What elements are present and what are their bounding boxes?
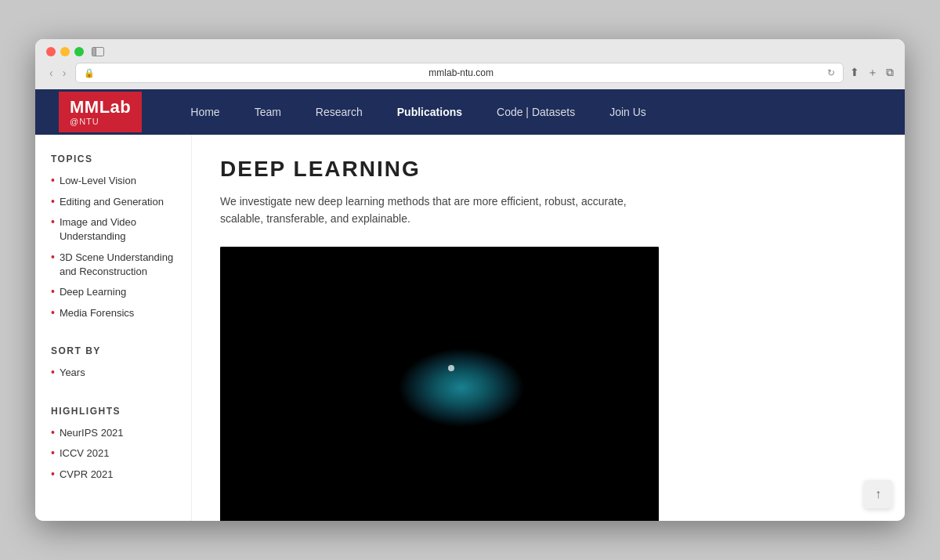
highlights-heading: HIGHLIGHTS — [51, 406, 175, 417]
nav-home[interactable]: Home — [173, 92, 237, 132]
lock-icon: 🔒 — [84, 68, 95, 78]
maximize-button[interactable] — [74, 47, 84, 56]
address-bar[interactable]: 🔒 mmlab-ntu.com ↻ — [75, 63, 844, 83]
logo-sub: @NTU — [70, 117, 131, 126]
sidebar-toggle-icon[interactable] — [92, 47, 104, 56]
refresh-icon[interactable]: ↻ — [827, 67, 835, 78]
topic-low-level-vision[interactable]: Low-Level Vision — [51, 174, 175, 189]
nav-code-datasets[interactable]: Code | Datasets — [479, 92, 592, 132]
url-text: mmlab-ntu.com — [99, 67, 822, 78]
nav-research[interactable]: Research — [298, 92, 380, 132]
eye-highlight — [448, 365, 454, 371]
address-bar-row: ‹ › 🔒 mmlab-ntu.com ↻ ⬆ ＋ ⧉ — [46, 63, 894, 89]
back-button[interactable]: ‹ — [46, 65, 56, 81]
browser-actions: ⬆ ＋ ⧉ — [850, 66, 894, 80]
new-tab-icon[interactable]: ＋ — [867, 66, 878, 80]
forward-button[interactable]: › — [60, 65, 70, 81]
topics-heading: TOPICS — [51, 154, 175, 164]
topics-section: TOPICS Low-Level Vision Editing and Gene… — [51, 154, 175, 320]
sort-heading: SORT BY — [51, 345, 175, 356]
share-icon[interactable]: ⬆ — [850, 66, 859, 80]
nav-publications[interactable]: Publications — [380, 92, 479, 132]
highlight-neurips[interactable]: NeurIPS 2021 — [51, 426, 175, 441]
content-area: DEEP LEARNING We investigate new deep le… — [192, 135, 905, 521]
main-nav: Home Team Research Publications Code | D… — [173, 92, 663, 132]
logo-main: MMLab — [70, 98, 131, 117]
hero-image — [220, 247, 659, 521]
traffic-lights — [46, 47, 84, 56]
nav-arrows: ‹ › — [46, 65, 69, 81]
site-header: MMLab @NTU Home Team Research Publicatio… — [35, 89, 905, 135]
minimize-button[interactable] — [60, 47, 70, 56]
sort-years[interactable]: Years — [51, 366, 175, 381]
topic-editing-generation[interactable]: Editing and Generation — [51, 195, 175, 210]
browser-chrome: ‹ › 🔒 mmlab-ntu.com ↻ ⬆ ＋ ⧉ — [35, 39, 905, 89]
sort-section: SORT BY Years — [51, 345, 175, 381]
sort-list: Years — [51, 366, 175, 381]
page-description: We investigate new deep learning methods… — [220, 193, 659, 228]
tabs-icon[interactable]: ⧉ — [886, 66, 894, 80]
main-layout: TOPICS Low-Level Vision Editing and Gene… — [35, 135, 905, 521]
close-button[interactable] — [46, 47, 56, 56]
topic-3d-scene[interactable]: 3D Scene Understanding and Reconstructio… — [51, 251, 175, 279]
site-wrapper: MMLab @NTU Home Team Research Publicatio… — [35, 89, 905, 521]
topic-media-forensics[interactable]: Media Forensics — [51, 306, 175, 321]
highlight-iccv[interactable]: ICCV 2021 — [51, 446, 175, 461]
topic-image-video[interactable]: Image and Video Understanding — [51, 215, 175, 244]
browser-window: ‹ › 🔒 mmlab-ntu.com ↻ ⬆ ＋ ⧉ MMLab @NTU — [35, 39, 905, 521]
eye-visual — [220, 247, 659, 521]
page-title: DEEP LEARNING — [220, 157, 877, 182]
topic-deep-learning[interactable]: Deep Learning — [51, 285, 175, 300]
nav-join-us[interactable]: Join Us — [592, 92, 663, 132]
sidebar: TOPICS Low-Level Vision Editing and Gene… — [35, 135, 192, 521]
browser-titlebar — [46, 47, 894, 56]
highlights-list: NeurIPS 2021 ICCV 2021 CVPR 2021 — [51, 426, 175, 482]
topics-list: Low-Level Vision Editing and Generation … — [51, 174, 175, 320]
highlights-section: HIGHLIGHTS NeurIPS 2021 ICCV 2021 CVPR 2… — [51, 406, 175, 482]
logo-block[interactable]: MMLab @NTU — [59, 92, 142, 132]
back-to-top-button[interactable]: ↑ — [864, 480, 892, 508]
nav-team[interactable]: Team — [237, 92, 298, 132]
highlight-cvpr[interactable]: CVPR 2021 — [51, 468, 175, 482]
